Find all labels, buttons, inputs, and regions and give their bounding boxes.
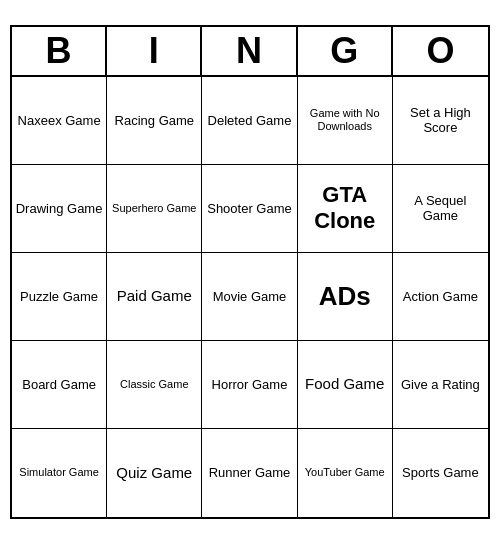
bingo-cell: Drawing Game	[12, 165, 107, 253]
cell-text: ADs	[319, 281, 371, 312]
cell-text: Give a Rating	[401, 377, 480, 393]
cell-text: Movie Game	[213, 289, 287, 305]
cell-text: Racing Game	[115, 113, 194, 129]
bingo-cell: Superhero Game	[107, 165, 202, 253]
cell-text: Runner Game	[209, 465, 291, 481]
cell-text: Set a High Score	[396, 105, 485, 136]
cell-text: Game with No Downloads	[301, 107, 389, 133]
cell-text: Horror Game	[212, 377, 288, 393]
cell-text: GTA Clone	[301, 182, 389, 235]
bingo-cell: Quiz Game	[107, 429, 202, 517]
bingo-cell: Horror Game	[202, 341, 297, 429]
bingo-cell: Give a Rating	[393, 341, 488, 429]
bingo-cell: YouTuber Game	[298, 429, 393, 517]
bingo-cell: A Sequel Game	[393, 165, 488, 253]
bingo-cell: GTA Clone	[298, 165, 393, 253]
cell-text: Drawing Game	[16, 201, 103, 217]
cell-text: Quiz Game	[116, 464, 192, 482]
bingo-cell: Deleted Game	[202, 77, 297, 165]
header-letter: I	[107, 27, 202, 75]
bingo-cell: Set a High Score	[393, 77, 488, 165]
bingo-cell: Simulator Game	[12, 429, 107, 517]
bingo-cell: Classic Game	[107, 341, 202, 429]
cell-text: Deleted Game	[208, 113, 292, 129]
cell-text: Superhero Game	[112, 202, 196, 215]
bingo-cell: Shooter Game	[202, 165, 297, 253]
header-letter: N	[202, 27, 297, 75]
bingo-cell: Movie Game	[202, 253, 297, 341]
bingo-grid: Naxeex GameRacing GameDeleted GameGame w…	[12, 77, 488, 517]
bingo-card: BINGO Naxeex GameRacing GameDeleted Game…	[10, 25, 490, 519]
bingo-cell: Sports Game	[393, 429, 488, 517]
bingo-cell: Puzzle Game	[12, 253, 107, 341]
cell-text: Food Game	[305, 375, 384, 393]
cell-text: Classic Game	[120, 378, 188, 391]
cell-text: Shooter Game	[207, 201, 292, 217]
bingo-cell: Board Game	[12, 341, 107, 429]
cell-text: Paid Game	[117, 287, 192, 305]
cell-text: Simulator Game	[19, 466, 98, 479]
cell-text: A Sequel Game	[396, 193, 485, 224]
bingo-cell: ADs	[298, 253, 393, 341]
bingo-cell: Naxeex Game	[12, 77, 107, 165]
cell-text: Sports Game	[402, 465, 479, 481]
header-letter: B	[12, 27, 107, 75]
cell-text: Board Game	[22, 377, 96, 393]
cell-text: Naxeex Game	[18, 113, 101, 129]
cell-text: Puzzle Game	[20, 289, 98, 305]
cell-text: Action Game	[403, 289, 478, 305]
bingo-cell: Runner Game	[202, 429, 297, 517]
cell-text: YouTuber Game	[305, 466, 385, 479]
bingo-cell: Game with No Downloads	[298, 77, 393, 165]
bingo-header: BINGO	[12, 27, 488, 77]
header-letter: G	[298, 27, 393, 75]
header-letter: O	[393, 27, 488, 75]
bingo-cell: Action Game	[393, 253, 488, 341]
bingo-cell: Racing Game	[107, 77, 202, 165]
bingo-cell: Paid Game	[107, 253, 202, 341]
bingo-cell: Food Game	[298, 341, 393, 429]
